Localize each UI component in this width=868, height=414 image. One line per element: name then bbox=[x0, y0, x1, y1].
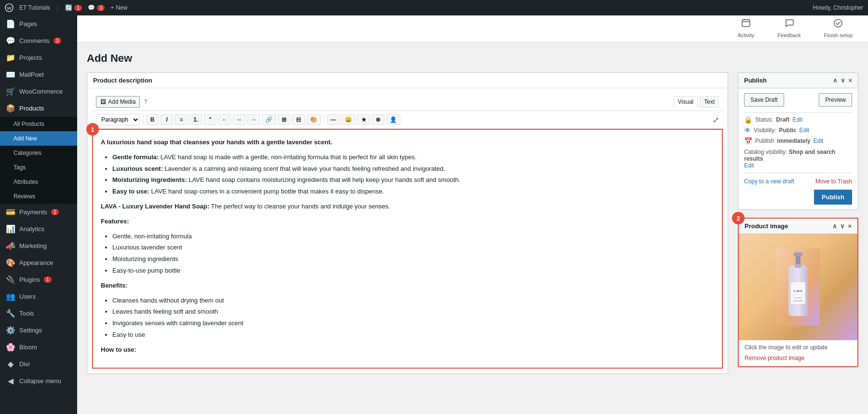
payments-badge: 1 bbox=[51, 209, 59, 215]
sidebar-item-appearance[interactable]: 🎨 Appearance bbox=[0, 254, 77, 271]
feedback-button[interactable]: Feedback bbox=[772, 15, 806, 42]
meta-box-header: Product description bbox=[87, 73, 728, 88]
sidebar-item-all-products[interactable]: All Products bbox=[0, 117, 77, 131]
sidebar-item-marketing[interactable]: 📣 Marketing bbox=[0, 237, 77, 254]
sidebar-item-plugins[interactable]: 🔌 Plugins 1 bbox=[0, 271, 77, 288]
ol-button[interactable]: 1. bbox=[190, 114, 202, 125]
plugins-badge: 1 bbox=[44, 276, 52, 283]
visual-tab[interactable]: Visual bbox=[674, 96, 698, 108]
copy-draft-link[interactable]: Copy to a new draft bbox=[744, 178, 794, 185]
projects-label: Projects bbox=[19, 54, 42, 61]
sidebar-item-projects[interactable]: 📁 Projects bbox=[0, 49, 77, 66]
visibility-edit-link[interactable]: Edit bbox=[799, 127, 809, 134]
publish-button[interactable]: Publish bbox=[814, 190, 852, 205]
analytics-label: Analytics bbox=[19, 225, 44, 233]
char-map-button[interactable]: — bbox=[327, 114, 339, 125]
remove-image-link[interactable]: Remove product image bbox=[739, 355, 857, 366]
updates-item[interactable]: 🔄 1 bbox=[65, 4, 82, 11]
sidebar-item-analytics[interactable]: 📊 Analytics bbox=[0, 221, 77, 237]
product-image-title: Product image bbox=[745, 222, 788, 230]
sidebar-item-settings[interactable]: ⚙️ Settings bbox=[0, 322, 77, 339]
sidebar-item-tools[interactable]: 🔧 Tools bbox=[0, 305, 77, 322]
sidebar-item-users[interactable]: 👥 Users bbox=[0, 288, 77, 305]
move-trash-link[interactable]: Move to Trash bbox=[815, 178, 852, 185]
feature-2: Luxurious lavender scent bbox=[112, 243, 714, 253]
activity-label: Activity bbox=[738, 32, 755, 38]
sidebar-item-tags[interactable]: Tags bbox=[0, 160, 77, 175]
format-select[interactable]: Paragraph Heading 1 Heading 2 Heading 3 bbox=[96, 114, 140, 125]
sidebar-item-products[interactable]: 📦 Products bbox=[0, 100, 77, 117]
close-panel-icon[interactable]: × bbox=[848, 77, 852, 84]
catalog-label: Catalog visibility: bbox=[744, 149, 787, 155]
product-image-close[interactable]: × bbox=[848, 222, 852, 230]
text-tab[interactable]: Text bbox=[700, 96, 719, 108]
status-row: 🔒 Status: Draft Edit bbox=[744, 116, 852, 124]
fullscreen-button[interactable]: ⤢ bbox=[713, 115, 719, 124]
star-button[interactable]: ★ bbox=[357, 114, 370, 125]
product-bottle-image: LAVE LUXURY LAVENDER bbox=[776, 248, 820, 326]
preview-button[interactable]: Preview bbox=[819, 93, 852, 107]
sidebar-item-bloom[interactable]: 🌸 Bloom bbox=[0, 339, 77, 356]
site-name[interactable]: ET Tutorials bbox=[19, 4, 50, 11]
sidebar-item-comments[interactable]: 💬 Comments 3 bbox=[0, 32, 77, 49]
align-center-button[interactable]: ↔ bbox=[233, 114, 245, 125]
person-button[interactable]: 👤 bbox=[386, 114, 400, 125]
bold-button[interactable]: B bbox=[146, 114, 159, 125]
finish-setup-button[interactable]: Finish setup bbox=[818, 15, 858, 42]
collapse-up-icon[interactable]: ∧ bbox=[833, 77, 838, 84]
updates-badge: 1 bbox=[74, 5, 82, 11]
add-media-button[interactable]: 🖼 Add Media bbox=[96, 96, 140, 108]
page-title: Add New bbox=[87, 52, 858, 65]
sidebar-item-reviews[interactable]: Reviews bbox=[0, 189, 77, 204]
editor-content-area[interactable]: A luxurious hand soap that cleanses your… bbox=[92, 129, 723, 369]
sidebar-item-categories[interactable]: Categories bbox=[0, 146, 77, 160]
sidebar-item-payments[interactable]: 💳 Payments 1 bbox=[0, 204, 77, 221]
comments-item[interactable]: 💬 3 bbox=[88, 4, 105, 11]
activity-button[interactable]: Activity bbox=[732, 15, 760, 42]
catalog-edit-link[interactable]: Edit bbox=[744, 162, 754, 169]
sidebar-item-pages[interactable]: 📄 Pages bbox=[0, 15, 77, 32]
activity-icon bbox=[741, 18, 751, 31]
save-draft-button[interactable]: Save Draft bbox=[744, 93, 784, 107]
color-button[interactable]: 🎨 bbox=[307, 114, 321, 125]
updates-icon: 🔄 bbox=[65, 4, 72, 11]
link-button[interactable]: 🔗 bbox=[262, 114, 276, 125]
benefit-1: Cleanses hands without drying them out bbox=[112, 296, 714, 306]
divi-label: Divi bbox=[19, 360, 30, 368]
publish-timing-edit-link[interactable]: Edit bbox=[814, 138, 824, 144]
settings-label: Settings bbox=[19, 327, 42, 334]
table-button[interactable]: ⊟ bbox=[292, 114, 305, 125]
hr-button[interactable]: ⊗ bbox=[372, 114, 384, 125]
add-media-label: Add Media bbox=[108, 98, 136, 105]
product-image-collapse-up[interactable]: ∧ bbox=[832, 222, 837, 230]
collapse-down-icon[interactable]: ∨ bbox=[841, 77, 845, 84]
product-image-collapse-down[interactable]: ∨ bbox=[840, 222, 845, 230]
ul-button[interactable]: ≡ bbox=[175, 114, 188, 125]
content-area: Activity Feedback Finish setup Add New bbox=[77, 15, 868, 414]
sidebar-item-mailpoet[interactable]: ✉️ MailPoet bbox=[0, 66, 77, 83]
sidebar-item-collapse[interactable]: ◀ Collapse menu bbox=[0, 373, 77, 389]
publish-panel-header: Publish ∧ ∨ × bbox=[738, 73, 858, 88]
wordpress-logo: W bbox=[5, 3, 14, 12]
align-right-button[interactable]: → bbox=[247, 114, 260, 125]
product-image-box[interactable]: LAVE LUXURY LAVENDER bbox=[739, 234, 857, 340]
status-edit-link[interactable]: Edit bbox=[792, 116, 802, 123]
svg-text:LAVENDER: LAVENDER bbox=[793, 300, 803, 302]
emoji-button[interactable]: 😀 bbox=[341, 114, 355, 125]
catalog-visibility-row: Catalog visibility: Shop and search resu… bbox=[744, 149, 852, 169]
italic-button[interactable]: I bbox=[161, 114, 173, 125]
sidebar-item-woocommerce[interactable]: 🛒 WooCommerce bbox=[0, 83, 77, 100]
blockquote-button[interactable]: " bbox=[204, 114, 217, 125]
insert-button[interactable]: ⊞ bbox=[278, 114, 290, 125]
help-icon[interactable]: ? bbox=[144, 98, 147, 105]
new-item[interactable]: + New bbox=[110, 4, 127, 11]
mailpoet-label: MailPoet bbox=[19, 71, 44, 78]
sidebar-item-attributes[interactable]: Attributes bbox=[0, 175, 77, 189]
products-label: Products bbox=[19, 105, 44, 112]
add-media-icon: 🖼 bbox=[100, 98, 106, 105]
align-left-button[interactable]: ← bbox=[218, 114, 231, 125]
tools-label: Tools bbox=[19, 310, 34, 317]
sidebar-item-add-new[interactable]: Add New bbox=[0, 131, 77, 146]
sidebar-item-divi[interactable]: ◆ Divi bbox=[0, 356, 77, 373]
pages-icon: 📄 bbox=[6, 19, 15, 28]
